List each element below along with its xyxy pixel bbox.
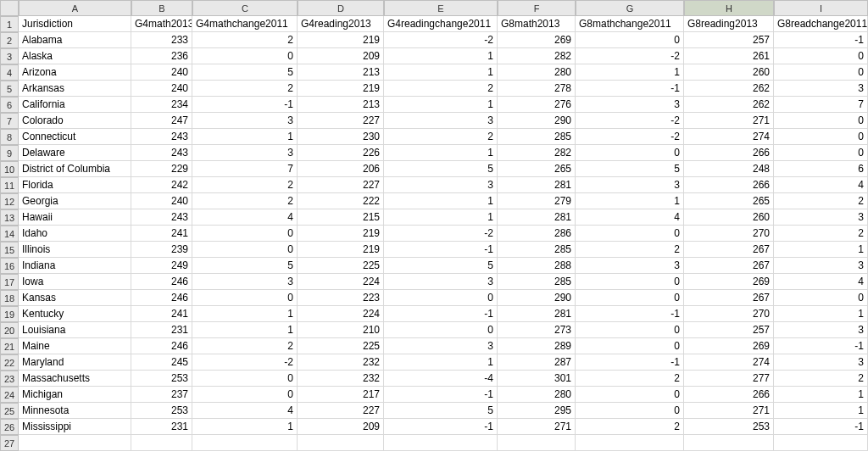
- cell-I26[interactable]: -1: [774, 419, 868, 435]
- column-header-I[interactable]: I: [774, 0, 868, 16]
- cell-F21[interactable]: 289: [498, 338, 576, 354]
- cell-C4[interactable]: 5: [192, 64, 298, 81]
- cell-G19[interactable]: -1: [576, 306, 684, 322]
- cell-C7[interactable]: 3: [192, 113, 298, 129]
- cell-F23[interactable]: 301: [498, 371, 576, 387]
- cell-B5[interactable]: 240: [131, 81, 192, 97]
- cell-H25[interactable]: 271: [684, 403, 774, 419]
- column-header-A[interactable]: A: [19, 0, 131, 16]
- cell-C23[interactable]: 0: [192, 371, 298, 387]
- cell-G17[interactable]: 0: [576, 274, 684, 290]
- cell-C20[interactable]: 1: [192, 322, 298, 338]
- cell-H17[interactable]: 269: [684, 274, 774, 290]
- cell-G21[interactable]: 0: [576, 338, 684, 354]
- cell-C3[interactable]: 0: [192, 48, 298, 64]
- cell-C24[interactable]: 0: [192, 387, 298, 403]
- cell-A25[interactable]: Minnesota: [19, 403, 131, 419]
- row-header-11[interactable]: 11: [0, 177, 19, 193]
- cell-H11[interactable]: 266: [684, 177, 774, 193]
- cell-B24[interactable]: 237: [131, 387, 192, 403]
- cell-A3[interactable]: Alaska: [19, 48, 131, 64]
- cell-C13[interactable]: 4: [192, 209, 298, 226]
- cell-C15[interactable]: 0: [192, 242, 298, 258]
- cell-C27[interactable]: [192, 435, 298, 451]
- cell-B8[interactable]: 243: [131, 129, 192, 145]
- column-header-B[interactable]: B: [131, 0, 192, 16]
- cell-G22[interactable]: -1: [576, 354, 684, 371]
- cell-H4[interactable]: 260: [684, 64, 774, 81]
- cell-C26[interactable]: 1: [192, 419, 298, 435]
- cell-E21[interactable]: 3: [384, 338, 498, 354]
- cell-E20[interactable]: 0: [384, 322, 498, 338]
- cell-I21[interactable]: -1: [774, 338, 868, 354]
- header-cell-I[interactable]: G8readchange2011: [774, 16, 868, 32]
- cell-G7[interactable]: -2: [576, 113, 684, 129]
- row-header-8[interactable]: 8: [0, 129, 19, 145]
- cell-C18[interactable]: 0: [192, 290, 298, 306]
- cell-H20[interactable]: 257: [684, 322, 774, 338]
- cell-G23[interactable]: 2: [576, 371, 684, 387]
- cell-C2[interactable]: 2: [192, 32, 298, 48]
- cell-D23[interactable]: 232: [298, 371, 384, 387]
- cell-B25[interactable]: 253: [131, 403, 192, 419]
- cell-D8[interactable]: 230: [298, 129, 384, 145]
- cell-F5[interactable]: 278: [498, 81, 576, 97]
- row-header-25[interactable]: 25: [0, 403, 19, 419]
- cell-F3[interactable]: 282: [498, 48, 576, 64]
- row-header-23[interactable]: 23: [0, 371, 19, 387]
- row-header-5[interactable]: 5: [0, 81, 19, 97]
- cell-D25[interactable]: 227: [298, 403, 384, 419]
- cell-F7[interactable]: 290: [498, 113, 576, 129]
- cell-E16[interactable]: 5: [384, 258, 498, 274]
- cell-H10[interactable]: 248: [684, 161, 774, 177]
- row-header-3[interactable]: 3: [0, 48, 19, 64]
- cell-E11[interactable]: 3: [384, 177, 498, 193]
- cell-B15[interactable]: 239: [131, 242, 192, 258]
- cell-G13[interactable]: 4: [576, 209, 684, 226]
- cell-H14[interactable]: 270: [684, 226, 774, 242]
- cell-I11[interactable]: 4: [774, 177, 868, 193]
- header-cell-H[interactable]: G8reading2013: [684, 16, 774, 32]
- cell-G3[interactable]: -2: [576, 48, 684, 64]
- row-header-26[interactable]: 26: [0, 419, 19, 435]
- cell-G14[interactable]: 0: [576, 226, 684, 242]
- cell-B12[interactable]: 240: [131, 193, 192, 209]
- cell-B7[interactable]: 247: [131, 113, 192, 129]
- row-header-24[interactable]: 24: [0, 387, 19, 403]
- cell-I3[interactable]: 0: [774, 48, 868, 64]
- cell-G2[interactable]: 0: [576, 32, 684, 48]
- cell-D22[interactable]: 232: [298, 354, 384, 371]
- cell-D3[interactable]: 209: [298, 48, 384, 64]
- cell-I19[interactable]: 1: [774, 306, 868, 322]
- cell-E27[interactable]: [384, 435, 498, 451]
- cell-I12[interactable]: 2: [774, 193, 868, 209]
- cell-B27[interactable]: [131, 435, 192, 451]
- cell-E17[interactable]: 3: [384, 274, 498, 290]
- cell-A13[interactable]: Hawaii: [19, 209, 131, 226]
- cell-H27[interactable]: [684, 435, 774, 451]
- cell-E19[interactable]: -1: [384, 306, 498, 322]
- column-header-C[interactable]: C: [192, 0, 298, 16]
- cell-E18[interactable]: 0: [384, 290, 498, 306]
- row-header-17[interactable]: 17: [0, 274, 19, 290]
- row-header-2[interactable]: 2: [0, 32, 19, 48]
- header-cell-B[interactable]: G4math2013: [131, 16, 192, 32]
- cell-I8[interactable]: 0: [774, 129, 868, 145]
- cell-H18[interactable]: 267: [684, 290, 774, 306]
- cell-G26[interactable]: 2: [576, 419, 684, 435]
- cell-I22[interactable]: 3: [774, 354, 868, 371]
- cell-D17[interactable]: 224: [298, 274, 384, 290]
- row-header-20[interactable]: 20: [0, 322, 19, 338]
- cell-B16[interactable]: 249: [131, 258, 192, 274]
- cell-H21[interactable]: 269: [684, 338, 774, 354]
- cell-H22[interactable]: 274: [684, 354, 774, 371]
- cell-C22[interactable]: -2: [192, 354, 298, 371]
- cell-E12[interactable]: 1: [384, 193, 498, 209]
- cell-E13[interactable]: 1: [384, 209, 498, 226]
- cell-I4[interactable]: 0: [774, 64, 868, 81]
- cell-H5[interactable]: 262: [684, 81, 774, 97]
- cell-A19[interactable]: Kentucky: [19, 306, 131, 322]
- cell-I18[interactable]: 0: [774, 290, 868, 306]
- cell-B6[interactable]: 234: [131, 97, 192, 113]
- cell-D16[interactable]: 225: [298, 258, 384, 274]
